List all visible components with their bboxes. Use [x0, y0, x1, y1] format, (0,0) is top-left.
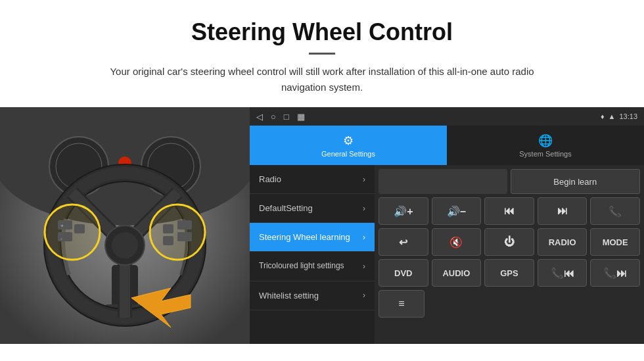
begin-learn-label: Begin learn — [553, 177, 597, 187]
media-controls-row: 🔊+ 🔊− ⏮ ⏭ 📞 — [379, 197, 640, 225]
menu-radio-label: Radio — [259, 174, 281, 184]
mute-button[interactable]: 🔇 — [432, 228, 482, 256]
status-left: ◁ ○ □ ▦ — [256, 112, 305, 122]
signal-icon: ▲ — [609, 112, 616, 120]
svg-text:-: - — [60, 235, 62, 241]
menu-item-steering-wheel[interactable]: Steering Wheel learning › — [250, 223, 375, 252]
prev-track-button[interactable]: ⏮ — [484, 197, 534, 225]
header-section: Steering Wheel Control Your original car… — [0, 0, 644, 107]
list-button[interactable]: ≡ — [379, 290, 425, 318]
tab-general-settings[interactable]: ⚙ General Settings — [250, 126, 447, 165]
tab-general-label: General Settings — [321, 150, 375, 158]
status-right: ♦ ▲ 13:13 — [601, 112, 637, 120]
page-wrapper: Steering Wheel Control Your original car… — [0, 0, 644, 344]
power-button[interactable]: ⏻ — [484, 228, 534, 256]
svg-point-20 — [45, 205, 100, 260]
phone-next-button[interactable]: 📞⏭ — [590, 259, 640, 287]
menu-steering-chevron: › — [363, 233, 365, 242]
recents-icon[interactable]: □ — [284, 112, 289, 122]
right-controls-panel: Begin learn 🔊+ 🔊− ⏮ ⏭ 📞 ↩ 🔇 — [375, 165, 644, 344]
phone-prev-button[interactable]: 📞⏮ — [538, 259, 587, 287]
dvd-button[interactable]: DVD — [379, 259, 428, 287]
tab-system-settings[interactable]: 🌐 System Settings — [447, 126, 644, 165]
menu-default-label: DefaultSetting — [259, 203, 313, 213]
gps-button[interactable]: GPS — [484, 259, 534, 287]
tab-system-label: System Settings — [519, 150, 571, 158]
menu-default-chevron: › — [363, 204, 365, 213]
menu-item-default-setting[interactable]: DefaultSetting › — [250, 194, 375, 223]
radio-button[interactable]: RADIO — [538, 228, 587, 256]
audio-button[interactable]: AUDIO — [432, 259, 482, 287]
source-controls-row: DVD AUDIO GPS 📞⏮ 📞⏭ — [379, 259, 640, 287]
svg-point-21 — [150, 205, 205, 260]
volume-down-button[interactable]: 🔊− — [432, 197, 482, 225]
next-track-button[interactable]: ⏭ — [538, 197, 587, 225]
mode-button[interactable]: MODE — [590, 228, 640, 256]
svg-rect-29 — [163, 224, 173, 233]
general-settings-icon: ⚙ — [343, 133, 354, 148]
misc-controls-row: ↩ 🔇 ⏻ RADIO MODE — [379, 228, 640, 256]
svg-text:+: + — [60, 223, 64, 229]
hang-up-button[interactable]: ↩ — [379, 228, 428, 256]
system-settings-icon: 🌐 — [538, 133, 553, 148]
content-area: Radio › DefaultSetting › Steering Wheel … — [250, 165, 644, 344]
list-row: ≡ — [379, 290, 640, 318]
status-bar: ◁ ○ □ ▦ ♦ ▲ 13:13 — [250, 107, 644, 126]
svg-rect-27 — [177, 220, 192, 229]
menu-item-tricoloured[interactable]: Tricoloured light settings › — [250, 252, 375, 281]
screenshot-icon[interactable]: ▦ — [297, 112, 305, 122]
back-icon[interactable]: ◁ — [256, 112, 263, 122]
title-divider — [309, 53, 335, 55]
svg-rect-30 — [163, 236, 173, 245]
page-title: Steering Wheel Control — [39, 18, 605, 46]
menu-tricoloured-label: Tricoloured light settings — [259, 261, 344, 272]
steering-wheel-image: + - — [0, 107, 250, 344]
car-image-section: + - — [0, 107, 250, 344]
android-panel: ◁ ○ □ ▦ ♦ ▲ 13:13 ⚙ General Settings — [250, 107, 644, 344]
volume-up-button[interactable]: 🔊+ — [379, 197, 428, 225]
svg-rect-24 — [74, 224, 85, 233]
menu-whitelist-chevron: › — [363, 291, 365, 300]
status-time: 13:13 — [619, 112, 637, 120]
svg-point-19 — [112, 232, 138, 258]
header-subtitle: Your original car's steering wheel contr… — [92, 64, 552, 95]
location-icon: ♦ — [601, 112, 605, 120]
tab-bar: ⚙ General Settings 🌐 System Settings — [250, 126, 644, 165]
phone-button[interactable]: 📞 — [590, 197, 640, 225]
begin-learn-row: Begin learn — [379, 169, 640, 194]
menu-whitelist-label: Whitelist setting — [259, 291, 319, 301]
menu-item-whitelist[interactable]: Whitelist setting › — [250, 281, 375, 310]
menu-radio-chevron: › — [363, 175, 365, 184]
main-content: + - ◁ ○ □ — [0, 107, 644, 344]
home-icon[interactable]: ○ — [271, 112, 276, 122]
left-menu: Radio › DefaultSetting › Steering Wheel … — [250, 165, 375, 344]
menu-steering-label: Steering Wheel learning — [259, 232, 350, 242]
svg-rect-28 — [177, 232, 192, 241]
empty-placeholder-box — [379, 169, 507, 194]
begin-learn-button[interactable]: Begin learn — [511, 169, 641, 194]
menu-item-radio[interactable]: Radio › — [250, 165, 375, 194]
menu-tricoloured-chevron: › — [363, 262, 365, 271]
